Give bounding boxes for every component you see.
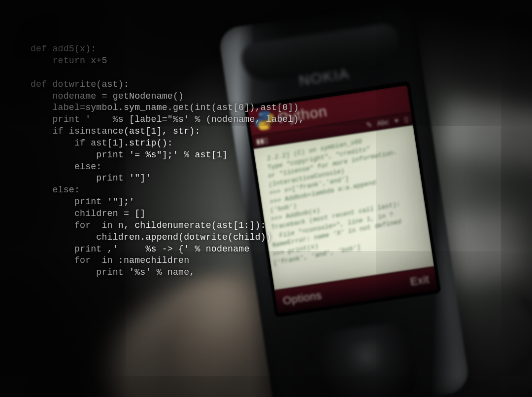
input-mode-indicator: Abc bbox=[376, 118, 389, 127]
softkey-options[interactable]: Options bbox=[282, 289, 323, 307]
pencil-icon: ✎ bbox=[366, 120, 372, 129]
scene: NOKIA Python ▮▮▯ ✎ bbox=[0, 0, 532, 397]
battery-icon: ▯ bbox=[404, 115, 409, 123]
star-icon: ✦ bbox=[393, 116, 400, 125]
background-paper bbox=[440, 96, 532, 170]
code-overlay: def add5(x): return x+5 def dotwrite(ast… bbox=[31, 43, 304, 279]
softkey-exit[interactable]: Exit bbox=[409, 273, 430, 288]
